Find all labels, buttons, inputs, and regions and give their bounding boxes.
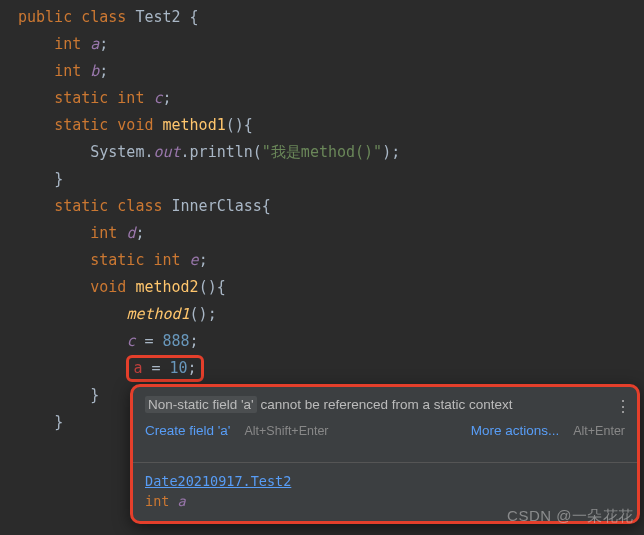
field: e [190,251,199,269]
field: c [153,89,162,107]
keyword: int [54,35,81,53]
keyword: class [81,8,126,26]
keyword: int [153,251,180,269]
method-name: method1 [163,116,226,134]
error-token: a [133,359,142,377]
quickfix-actions: Create field 'a' Alt+Shift+Enter More ac… [145,421,625,441]
keyword: void [90,278,126,296]
keyword: int [90,224,117,242]
create-field-action[interactable]: Create field 'a' [145,421,230,441]
keyword: static [54,116,108,134]
keyword: class [117,197,162,215]
shortcut-text: Alt+Enter [573,422,625,441]
shortcut-text: Alt+Shift+Enter [244,422,328,441]
class-name: Test2 [135,8,180,26]
keyword: public [18,8,72,26]
more-actions-link[interactable]: More actions... [471,421,560,441]
method-call: println [190,143,253,161]
method-name: method2 [135,278,198,296]
code-editor[interactable]: public class Test2 { int a; int b; stati… [0,0,644,436]
field-ref: c [126,332,135,350]
error-highlight-text: Non-static field 'a' [145,396,257,413]
reference-class[interactable]: Date20210917.Test2 [145,473,291,489]
brace: { [190,8,199,26]
keyword: static [54,197,108,215]
keyword: static [54,89,108,107]
field-ref: out [153,143,180,161]
keyword: int [117,89,144,107]
keyword: static [90,251,144,269]
class-ref: System [90,143,144,161]
method-call: method1 [126,305,189,323]
keyword: void [117,116,153,134]
error-highlight: a = 10; [126,355,203,382]
field: a [90,35,99,53]
class-name: InnerClass [172,197,262,215]
more-icon[interactable]: ⋮ [615,395,631,419]
keyword: int [54,62,81,80]
string-literal: "我是method()" [262,143,382,161]
number: 10 [170,359,188,377]
watermark: CSDN @一朵花花 [507,502,634,529]
field: b [90,62,99,80]
error-message: Non-static field 'a' cannot be reference… [145,395,625,415]
number: 888 [163,332,190,350]
